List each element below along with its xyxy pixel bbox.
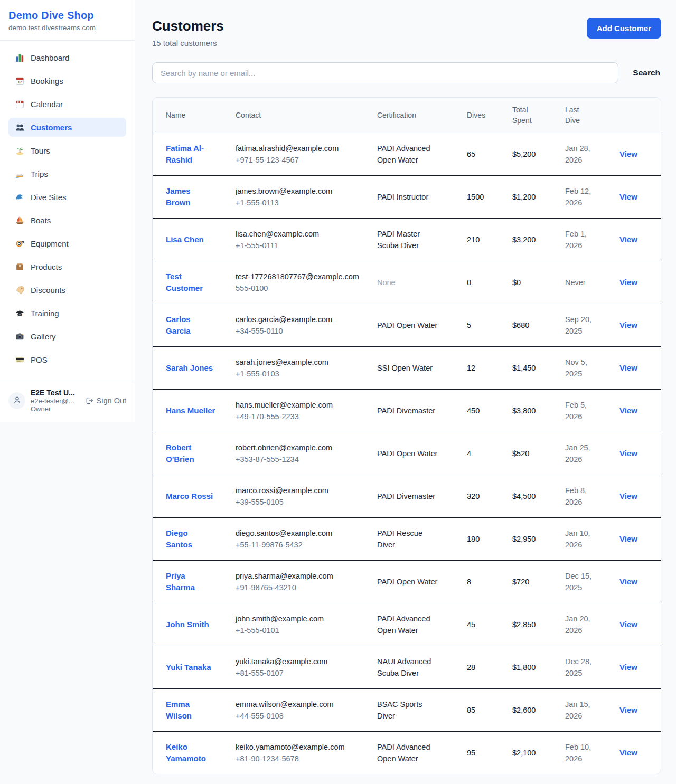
sidebar-item-bookings[interactable]: 17Bookings bbox=[8, 71, 126, 90]
customer-dives: 320 bbox=[467, 492, 480, 500]
table-row: Hans Mueller hans.mueller@example.com +4… bbox=[153, 390, 661, 432]
sidebar-item-label: Discounts bbox=[31, 286, 65, 295]
view-link[interactable]: View bbox=[619, 620, 637, 629]
view-link[interactable]: View bbox=[619, 492, 637, 500]
search-row: Search bbox=[152, 62, 661, 83]
view-link[interactable]: View bbox=[619, 192, 637, 201]
user-meta: E2E Test U... e2e-tester@... Owner bbox=[31, 389, 80, 413]
customer-total-spent: $2,600 bbox=[512, 706, 536, 714]
sidebar-nav: Dashboard17BookingsCalendarCustomersTour… bbox=[0, 41, 135, 381]
sign-out-button[interactable]: Sign Out bbox=[85, 396, 126, 405]
customer-name-link[interactable]: Keiko Yamamoto bbox=[166, 742, 206, 763]
customer-name-link[interactable]: Emma Wilson bbox=[166, 700, 192, 720]
customer-email: john.smith@example.com bbox=[236, 613, 364, 625]
table-row: Marco Rossi marco.rossi@example.com +39-… bbox=[153, 475, 661, 518]
view-link[interactable]: View bbox=[619, 577, 637, 586]
customer-name-link[interactable]: Hans Mueller bbox=[166, 406, 215, 415]
customer-name-link[interactable]: Test Customer bbox=[166, 272, 203, 292]
sidebar: Demo Dive Shop demo.test.divestreams.com… bbox=[0, 0, 135, 422]
customer-total-spent: $3,800 bbox=[512, 407, 536, 415]
customer-phone: +81-555-0107 bbox=[236, 667, 364, 679]
view-link[interactable]: View bbox=[619, 363, 637, 372]
customer-last-dive: Jan 28, 2026 bbox=[565, 144, 590, 164]
tear-off-calendar-icon bbox=[15, 99, 24, 109]
customer-total-spent: $2,850 bbox=[512, 620, 536, 629]
user-role: Owner bbox=[31, 405, 80, 413]
customer-certification: PADI Divemaster bbox=[377, 407, 435, 415]
sidebar-item-label: POS bbox=[31, 355, 48, 364]
customer-name-link[interactable]: Fatima Al-Rashid bbox=[166, 144, 204, 164]
view-link[interactable]: View bbox=[619, 663, 637, 672]
view-link[interactable]: View bbox=[619, 320, 637, 329]
sidebar-item-dashboard[interactable]: Dashboard bbox=[8, 48, 126, 67]
sidebar-item-trips[interactable]: Trips bbox=[8, 164, 126, 183]
customer-last-dive: Jan 25, 2026 bbox=[565, 443, 590, 464]
view-link[interactable]: View bbox=[619, 449, 637, 458]
credit-card-icon bbox=[15, 355, 24, 364]
island-icon bbox=[15, 146, 24, 155]
customer-email: diego.santos@example.com bbox=[236, 527, 364, 539]
bar-chart-icon bbox=[15, 53, 24, 62]
customer-certification: PADI Open Water bbox=[377, 321, 437, 329]
customer-phone: +39-555-0105 bbox=[236, 496, 364, 508]
customer-email: carlos.garcia@example.com bbox=[236, 314, 364, 325]
main-content: Customers 15 total customers Add Custome… bbox=[135, 0, 676, 784]
view-link[interactable]: View bbox=[619, 278, 637, 287]
customer-phone: +91-98765-43210 bbox=[236, 582, 364, 593]
view-link[interactable]: View bbox=[619, 235, 637, 244]
customer-last-dive: Dec 28, 2025 bbox=[565, 657, 592, 677]
user-email: e2e-tester@... bbox=[31, 397, 80, 405]
customer-name-link[interactable]: Yuki Tanaka bbox=[166, 663, 211, 672]
customer-name-link[interactable]: Sarah Jones bbox=[166, 363, 213, 372]
sidebar-item-products[interactable]: Products bbox=[8, 257, 126, 276]
customer-name-link[interactable]: Priya Sharma bbox=[166, 571, 195, 592]
user-section: E2E Test U... e2e-tester@... Owner Sign … bbox=[0, 381, 135, 423]
customer-phone: +44-555-0108 bbox=[236, 710, 364, 722]
sidebar-item-gallery[interactable]: Gallery bbox=[8, 327, 126, 346]
shop-domain: demo.test.divestreams.com bbox=[8, 24, 126, 32]
sidebar-item-tours[interactable]: Tours bbox=[8, 141, 126, 160]
customer-name-link[interactable]: Marco Rossi bbox=[166, 492, 213, 500]
customer-phone: +49-170-555-2233 bbox=[236, 411, 364, 422]
customer-name-link[interactable]: Robert O'Brien bbox=[166, 443, 194, 464]
customer-last-dive: Feb 1, 2026 bbox=[565, 230, 587, 250]
table-row: Priya Sharma priya.sharma@example.com +9… bbox=[153, 561, 661, 603]
customer-name-link[interactable]: James Brown bbox=[166, 186, 191, 207]
sidebar-item-boats[interactable]: Boats bbox=[8, 211, 126, 230]
view-link[interactable]: View bbox=[619, 705, 637, 714]
customer-name-link[interactable]: Carlos Garcia bbox=[166, 315, 191, 335]
add-customer-button[interactable]: Add Customer bbox=[587, 18, 661, 39]
speedboat-icon bbox=[15, 169, 24, 178]
customer-name-link[interactable]: John Smith bbox=[166, 620, 209, 629]
customer-name-link[interactable]: Diego Santos bbox=[166, 528, 192, 549]
search-button[interactable]: Search bbox=[632, 64, 661, 82]
view-link[interactable]: View bbox=[619, 748, 637, 757]
sidebar-item-label: Bookings bbox=[31, 77, 63, 86]
search-input[interactable] bbox=[152, 62, 618, 83]
sidebar-item-customers[interactable]: Customers bbox=[8, 118, 126, 137]
customer-certification: PADI Master Scuba Diver bbox=[377, 230, 420, 250]
sidebar-item-pos[interactable]: POS bbox=[8, 350, 126, 369]
page-title: Customers bbox=[152, 18, 224, 34]
customer-name-link[interactable]: Lisa Chen bbox=[166, 235, 204, 244]
customer-email: robert.obrien@example.com bbox=[236, 442, 364, 454]
sidebar-item-training[interactable]: Training bbox=[8, 304, 126, 323]
sidebar-item-label: Tours bbox=[31, 146, 50, 155]
customers-table: Name Contact Certification Dives Total S… bbox=[153, 98, 661, 774]
view-link[interactable]: View bbox=[619, 534, 637, 543]
sidebar-item-label: Dive Sites bbox=[31, 193, 67, 202]
customer-total-spent: $0 bbox=[512, 278, 521, 287]
view-link[interactable]: View bbox=[619, 406, 637, 415]
sidebar-item-calendar[interactable]: Calendar bbox=[8, 95, 126, 114]
sidebar-item-equipment[interactable]: Equipment bbox=[8, 234, 126, 253]
sailboat-icon bbox=[15, 215, 24, 225]
customer-certification: PADI Advanced Open Water bbox=[377, 144, 430, 164]
customer-total-spent: $4,500 bbox=[512, 492, 536, 500]
logout-icon bbox=[85, 396, 93, 405]
view-link[interactable]: View bbox=[619, 149, 637, 158]
customer-certification: None bbox=[377, 278, 396, 287]
customer-certification: PADI Instructor bbox=[377, 193, 428, 201]
sidebar-item-discounts[interactable]: Discounts bbox=[8, 280, 126, 299]
sidebar-item-dive-sites[interactable]: Dive Sites bbox=[8, 187, 126, 206]
customer-email: keiko.yamamoto@example.com bbox=[236, 741, 364, 753]
